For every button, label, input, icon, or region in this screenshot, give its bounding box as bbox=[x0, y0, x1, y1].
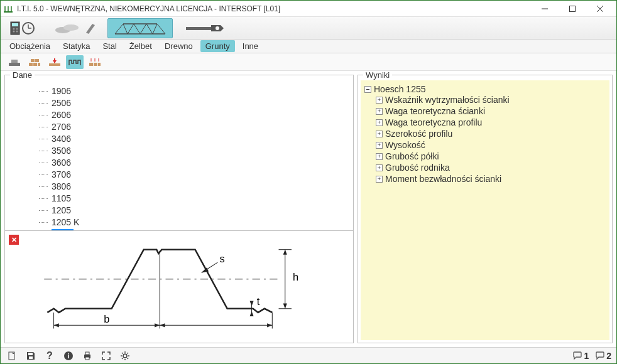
svg-rect-73 bbox=[85, 357, 89, 360]
subtool-4[interactable] bbox=[66, 55, 84, 69]
expand-icon[interactable] bbox=[376, 142, 383, 149]
close-button[interactable] bbox=[586, 1, 614, 16]
chat-icon bbox=[572, 351, 582, 361]
svg-marker-40 bbox=[53, 60, 57, 63]
app-icon bbox=[3, 4, 13, 14]
main-toolbar bbox=[1, 17, 616, 40]
expand-icon[interactable] bbox=[376, 97, 383, 104]
svg-rect-34 bbox=[33, 63, 37, 66]
expand-icon[interactable] bbox=[376, 176, 383, 183]
list-item[interactable]: 2606 bbox=[8, 109, 351, 121]
subtool-1[interactable] bbox=[6, 55, 23, 69]
info-icon[interactable]: i bbox=[62, 350, 75, 362]
svg-point-74 bbox=[123, 354, 127, 358]
label-b: b bbox=[104, 313, 109, 324]
titlebar: I.T.I. 5.0 - WEWNĘTRZNA, NIEKOMERCYJNA L… bbox=[1, 1, 616, 17]
svg-marker-51 bbox=[283, 304, 287, 309]
result-root[interactable]: Hoesch 1255 bbox=[364, 84, 606, 94]
list-item[interactable]: 3806 bbox=[8, 181, 351, 193]
result-item[interactable]: Wskaźnik wytrzymałości ścianki bbox=[364, 94, 606, 105]
status-indicator-1[interactable]: 1 bbox=[572, 351, 589, 361]
tab-inne[interactable]: Inne bbox=[238, 40, 263, 52]
tab-drewno[interactable]: Drewno bbox=[160, 40, 198, 52]
sub-toolbar bbox=[1, 53, 616, 71]
tool-wrench[interactable] bbox=[179, 19, 231, 38]
expand-icon[interactable] bbox=[376, 164, 383, 171]
settings-icon[interactable] bbox=[119, 350, 131, 362]
tab-grunty[interactable]: Grunty bbox=[200, 40, 235, 52]
tab-zelbet[interactable]: Żelbet bbox=[124, 40, 157, 52]
svg-rect-67 bbox=[28, 353, 33, 355]
list-item[interactable]: 3606 bbox=[8, 157, 351, 169]
svg-point-18 bbox=[63, 24, 79, 31]
result-item[interactable]: Szerokość profilu bbox=[364, 128, 606, 139]
svg-point-30 bbox=[216, 26, 219, 30]
result-item[interactable]: Grubość rodnika bbox=[364, 162, 606, 173]
list-item[interactable]: 3506 bbox=[8, 145, 351, 157]
collapse-icon[interactable] bbox=[364, 86, 371, 93]
subtool-3[interactable] bbox=[46, 55, 63, 69]
svg-line-27 bbox=[146, 24, 153, 34]
svg-text:i: i bbox=[67, 352, 69, 360]
profile-list[interactable]: 1906 2506 2606 2706 3406 3506 3606 3706 … bbox=[5, 80, 353, 231]
svg-point-13 bbox=[16, 30, 18, 32]
results-tree[interactable]: Hoesch 1255 Wskaźnik wytrzymałości ścian… bbox=[361, 80, 609, 340]
list-item[interactable]: 1205 K bbox=[8, 217, 351, 228]
list-item[interactable]: 2706 bbox=[8, 121, 351, 133]
svg-line-21 bbox=[115, 24, 123, 34]
svg-rect-72 bbox=[85, 352, 89, 355]
svg-rect-29 bbox=[186, 27, 211, 30]
statusbar: ? i 1 2 bbox=[1, 347, 616, 363]
subtool-2[interactable] bbox=[26, 55, 43, 69]
tool-materials[interactable] bbox=[50, 19, 101, 38]
svg-marker-50 bbox=[283, 250, 287, 255]
expand-icon[interactable] bbox=[376, 153, 383, 160]
tab-statyka[interactable]: Statyka bbox=[58, 40, 95, 52]
list-item[interactable]: 3406 bbox=[8, 133, 351, 145]
svg-marker-57 bbox=[155, 323, 160, 327]
tab-obciazenia[interactable]: Obciążenia bbox=[4, 40, 55, 52]
svg-rect-35 bbox=[38, 63, 40, 66]
result-item[interactable]: Wysokość bbox=[364, 139, 606, 151]
new-file-icon[interactable] bbox=[6, 350, 18, 362]
result-item[interactable]: Moment bezwładności ścianki bbox=[364, 173, 606, 185]
list-item[interactable]: 2506 bbox=[8, 97, 351, 109]
svg-rect-36 bbox=[31, 59, 35, 62]
print-icon[interactable] bbox=[81, 350, 94, 362]
list-item[interactable]: 1205 bbox=[8, 205, 351, 217]
save-icon[interactable] bbox=[25, 350, 37, 362]
maximize-button[interactable] bbox=[559, 1, 586, 16]
expand-icon[interactable] bbox=[376, 108, 383, 115]
svg-point-10 bbox=[13, 28, 15, 29]
expand-icon[interactable] bbox=[376, 119, 383, 126]
tool-calculator[interactable] bbox=[6, 19, 43, 38]
status-indicator-2[interactable]: 2 bbox=[595, 351, 611, 361]
svg-line-25 bbox=[134, 24, 140, 34]
svg-rect-38 bbox=[49, 63, 60, 66]
tab-stal[interactable]: Stal bbox=[97, 40, 121, 52]
svg-rect-42 bbox=[94, 63, 97, 66]
result-root-label: Hoesch 1255 bbox=[374, 84, 426, 94]
list-item[interactable]: 1906 bbox=[8, 85, 351, 97]
minimize-button[interactable] bbox=[531, 1, 559, 16]
list-item[interactable]: 1105 bbox=[8, 193, 351, 205]
tool-truss[interactable] bbox=[107, 18, 173, 38]
svg-line-26 bbox=[140, 24, 146, 34]
module-tabs: Obciążenia Statyka Stal Żelbet Drewno Gr… bbox=[1, 40, 616, 53]
results-panel-title: Wyniki bbox=[363, 71, 392, 80]
close-icon[interactable]: ✕ bbox=[9, 235, 19, 245]
fullscreen-icon[interactable] bbox=[100, 350, 112, 362]
expand-icon[interactable] bbox=[376, 131, 383, 137]
result-item[interactable]: Grubość półki bbox=[364, 151, 606, 162]
list-item[interactable]: 3706 bbox=[8, 169, 351, 181]
main-content: Dane 1906 2506 2606 2706 3406 3506 3606 … bbox=[1, 71, 616, 347]
subtool-5[interactable] bbox=[86, 55, 104, 69]
label-t: t bbox=[257, 296, 260, 307]
help-icon[interactable]: ? bbox=[43, 350, 56, 362]
svg-line-80 bbox=[128, 358, 129, 359]
svg-rect-5 bbox=[570, 6, 576, 11]
result-item[interactable]: Waga teoretyczna profilu bbox=[364, 117, 606, 128]
svg-rect-43 bbox=[98, 63, 101, 66]
chat-icon bbox=[595, 351, 605, 361]
result-item[interactable]: Waga teoretyczna ścianki bbox=[364, 105, 606, 117]
